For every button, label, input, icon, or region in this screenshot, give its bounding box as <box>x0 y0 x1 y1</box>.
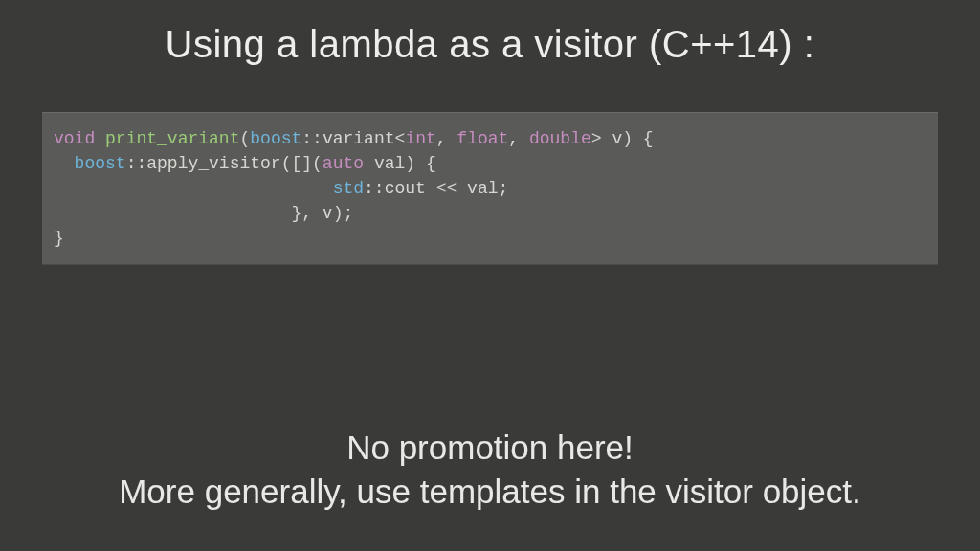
code-line-3: std::cout << val; <box>42 176 938 201</box>
code-text <box>54 154 75 173</box>
code-line-2: boost::apply_visitor([](auto val) { <box>42 151 938 176</box>
code-text: , <box>508 129 529 148</box>
code-text: > v) { <box>591 129 654 148</box>
code-text <box>54 179 333 198</box>
slide-title: Using a lambda as a visitor (C++14) : <box>0 23 980 66</box>
body-line-2: More generally, use templates in the vis… <box>0 470 980 514</box>
keyword-auto: auto <box>323 154 364 173</box>
keyword-int: int <box>405 129 435 148</box>
code-text: } <box>54 229 64 248</box>
code-line-5: } <box>42 226 938 251</box>
body-line-1: No promotion here! <box>0 426 980 470</box>
code-text: }, v); <box>54 204 353 223</box>
code-text: ( <box>239 129 250 148</box>
code-line-1: void print_variant(boost::variant<int, f… <box>42 126 938 151</box>
namespace-boost: boost <box>250 129 301 148</box>
slide: Using a lambda as a visitor (C++14) : vo… <box>0 23 980 551</box>
body-text: No promotion here! More generally, use t… <box>0 426 980 513</box>
function-name: print_variant <box>105 129 239 148</box>
code-block: void print_variant(boost::variant<int, f… <box>42 112 938 265</box>
code-text <box>95 129 105 148</box>
keyword-void: void <box>54 129 95 148</box>
code-text: ::apply_visitor([]( <box>126 154 323 173</box>
code-line-4: }, v); <box>42 201 938 226</box>
code-text: ::variant< <box>301 129 405 148</box>
code-text: ::cout << val; <box>364 179 508 198</box>
keyword-float: float <box>457 129 508 148</box>
code-text: , <box>436 129 457 148</box>
keyword-double: double <box>529 129 591 148</box>
namespace-std: std <box>333 179 364 198</box>
code-text: val) { <box>364 154 436 173</box>
namespace-boost: boost <box>75 154 126 173</box>
